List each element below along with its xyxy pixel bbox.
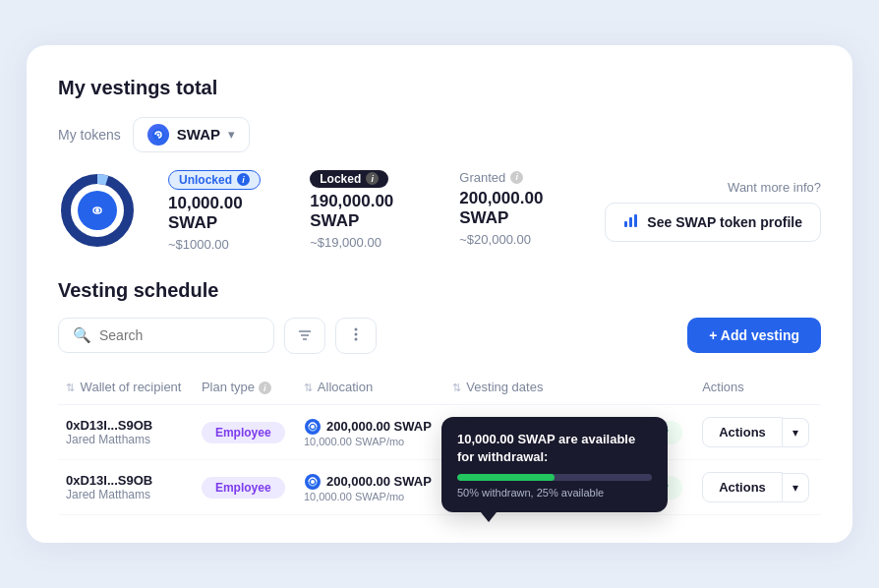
svg-point-19 [311,480,315,484]
locked-label: Locked [320,172,361,186]
filter-button[interactable] [284,318,325,354]
svg-rect-9 [634,214,637,227]
toolbar: 🔍 + Add vesting [58,318,821,354]
search-icon: 🔍 [73,326,91,344]
stat-unlocked: Unlocked i 10,000.00 SWAP ~$1000.00 [168,170,274,252]
th-allocation: ⇅ Allocation [296,370,444,405]
unlocked-info-icon: i [237,173,250,186]
granted-label: Granted [459,170,505,185]
schedule-section: Vesting schedule 🔍 + Add v [58,279,821,516]
unlocked-value: 10,000.00 SWAP [168,194,274,233]
add-vesting-button[interactable]: + Add vesting [687,318,821,353]
cell-wallet-0: 0xD13I...S9OB Jared Matthams [58,405,194,460]
table-row: 0xD13I...S9OB Jared Matthams Employee 20… [58,405,821,460]
locked-value: 190,000.00 SWAP [310,192,424,231]
more-info-label: Want more info? [728,180,821,195]
granted-usd: ~$20,000.00 [459,232,573,247]
page-title: My vestings total [58,77,821,99]
token-name: SWAP [177,126,220,143]
granted-label-row: Granted i [459,170,573,185]
cell-alloc-1: 200,000.00 SWAP 10,000.00 SWAP/mo [296,460,444,515]
token-row: My tokens SWAP ▾ [58,117,821,152]
schedule-title: Vesting schedule [58,279,821,302]
cell-actions-1: Actions ▾ [694,460,821,515]
actions-caret-1[interactable]: ▾ [783,473,809,502]
th-actions: Actions [694,370,821,405]
cell-plan-0: Employee [194,405,296,460]
tooltip-sub: 50% withdrawn, 25% available [457,487,652,499]
svg-rect-7 [624,221,627,227]
granted-info-icon: i [510,171,523,184]
unlocked-badge: Unlocked i [168,170,261,190]
tooltip-popup: 10,000.00 SWAP are available for withdra… [441,417,668,512]
cell-plan-1: Employee [194,460,296,515]
vesting-table-wrap: 10,000.00 SWAP are available for withdra… [58,370,821,516]
chevron-down-icon: ▾ [228,127,235,142]
my-tokens-label: My tokens [58,127,121,143]
actions-button-0[interactable]: Actions [702,417,783,447]
th-plan: Plan type i [194,370,296,405]
granted-value: 200,000.00 SWAP [459,189,573,228]
more-options-button[interactable] [335,318,377,354]
svg-point-6 [95,208,99,212]
svg-point-1 [156,133,159,136]
svg-rect-8 [629,217,632,227]
actions-button-1[interactable]: Actions [702,472,783,502]
search-input[interactable] [99,327,260,343]
cell-alloc-0: 200,000.00 SWAP 10,000.00 SWAP/mo [296,405,444,460]
tooltip-progress-bar [457,474,652,481]
stat-granted: Granted i 200,000.00 SWAP ~$20,000.00 [459,170,573,247]
cell-wallet-1: 0xD13I...S9OB Jared Matthams [58,460,194,515]
more-info-box: Want more info? See SWAP token profile [605,180,821,242]
tooltip-bar-fill [457,474,555,481]
svg-point-13 [355,327,358,330]
svg-point-15 [355,337,358,340]
sort-wallet-icon: ⇅ [66,382,75,393]
sort-alloc-icon: ⇅ [304,382,313,393]
stat-locked: Locked i 190,000.00 SWAP ~$19,000.00 [310,170,424,250]
svg-point-14 [355,332,358,335]
unlocked-usd: ~$1000.00 [168,237,274,252]
search-box[interactable]: 🔍 [58,318,274,353]
th-vesting: ⇅ Vesting dates [444,370,555,405]
vestings-section: My vestings total My tokens SWAP ▾ [58,77,821,252]
donut-chart [58,171,137,250]
token-selector[interactable]: SWAP ▾ [133,117,250,152]
svg-point-17 [311,425,315,429]
see-profile-button[interactable]: See SWAP token profile [605,203,821,242]
th-status [555,370,694,405]
th-wallet: ⇅ Wallet of recipient [58,370,194,405]
bar-chart-icon [623,212,639,232]
actions-caret-0[interactable]: ▾ [783,418,809,447]
stats-row: Unlocked i 10,000.00 SWAP ~$1000.00 Lock… [58,170,821,252]
locked-badge: Locked i [310,170,388,188]
vesting-table: ⇅ Wallet of recipient Plan type i ⇅ Allo… [58,370,821,516]
tooltip-title: 10,000.00 SWAP are available for withdra… [457,431,652,466]
token-logo-icon [147,124,169,146]
table-row: 0xD13I...S9OB Jared Matthams Employee 20… [58,460,821,515]
plan-info-icon: i [259,382,271,394]
table-header-row: ⇅ Wallet of recipient Plan type i ⇅ Allo… [58,370,821,405]
locked-usd: ~$19,000.00 [310,235,424,250]
stats-items: Unlocked i 10,000.00 SWAP ~$1000.00 Lock… [168,170,573,252]
locked-info-icon: i [366,172,379,185]
see-profile-label: See SWAP token profile [647,214,802,230]
main-card: My vestings total My tokens SWAP ▾ [27,45,852,544]
unlocked-label: Unlocked [179,173,232,187]
cell-actions-0: Actions ▾ [694,405,821,460]
sort-vesting-icon: ⇅ [452,382,461,393]
